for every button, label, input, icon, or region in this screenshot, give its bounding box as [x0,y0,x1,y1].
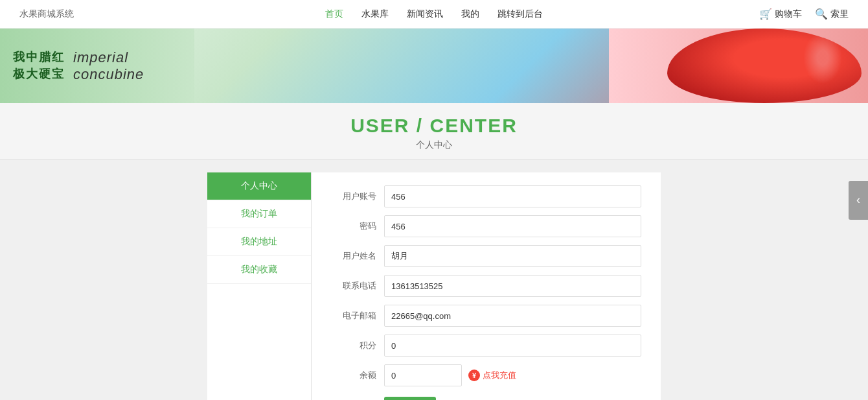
nav-home[interactable]: 首页 [325,8,343,20]
field-email: 电子邮箱 [331,305,641,327]
banner-left: 我 中 腊 红 极 大 硬 宝 imperial concubine [0,29,194,103]
search-label: 索里 [830,8,849,20]
btn-row: 更新信息 退出登录 [331,397,641,400]
page-header: USER / CENTER 个人中心 [0,103,868,159]
site-title: 水果商城系统 [19,8,74,20]
banner-char-0: 我 [13,50,25,65]
input-points[interactable] [384,335,641,357]
search-button[interactable]: 🔍 索里 [815,8,849,20]
main-panel: 用户账号 密码 用户姓名 联系电话 电子邮箱 积分 [311,172,661,400]
field-realname: 用户姓名 [331,245,641,267]
sidebar-item-address[interactable]: 我的地址 [207,228,311,256]
banner-text-en: imperial concubine [73,49,181,83]
inner-wrap: 个人中心 我的订单 我的地址 我的收藏 用户账号 密码 用户姓 [207,172,661,400]
banner-chars: 我 中 腊 红 极 大 硬 宝 [13,50,63,82]
label-realname: 用户姓名 [331,250,376,262]
top-nav: 水果商城系统 首页 水果库 新闻资讯 我的 跳转到后台 🛒 购物车 🔍 索里 [0,0,868,29]
banner-char-6: 硬 [39,67,51,82]
field-balance: 余额 ¥ 点我充值 [331,364,641,386]
label-password: 密码 [331,220,376,232]
label-phone: 联系电话 [331,280,376,292]
field-username: 用户账号 [331,185,641,207]
nav-right: 🛒 购物车 🔍 索里 [759,8,849,20]
nav-links: 首页 水果库 新闻资讯 我的 跳转到后台 [325,8,543,20]
input-email[interactable] [384,305,641,327]
field-phone: 联系电话 [331,275,641,297]
banner: 我 中 腊 红 极 大 硬 宝 imperial concubine [0,29,868,103]
cart-label: 购物车 [775,8,802,20]
nav-fruits[interactable]: 水果库 [361,8,389,20]
nav-mine[interactable]: 我的 [461,8,479,20]
banner-char-7: 宝 [52,67,63,82]
nav-news[interactable]: 新闻资讯 [407,8,443,20]
field-password: 密码 [331,215,641,237]
banner-char-3: 红 [52,50,63,65]
chevron-left-icon: ‹ [856,193,860,207]
topup-icon: ¥ [468,370,480,381]
cart-button[interactable]: 🛒 购物车 [759,8,802,20]
nav-admin[interactable]: 跳转到后台 [497,8,543,20]
input-balance[interactable] [384,364,462,386]
sidebar-item-favorites[interactable]: 我的收藏 [207,256,311,284]
topup-button[interactable]: ¥ 点我充值 [468,370,516,381]
input-realname[interactable] [384,245,641,267]
sidebar: 个人中心 我的订单 我的地址 我的收藏 [207,172,311,400]
label-balance: 余额 [331,370,376,381]
apple-decoration [667,29,862,103]
balance-row: ¥ 点我充值 [384,364,516,386]
sidebar-item-personal[interactable]: 个人中心 [207,172,311,200]
cart-icon: 🛒 [759,8,772,20]
label-username: 用户账号 [331,191,376,202]
banner-char-5: 大 [26,67,38,82]
banner-char-1: 中 [26,50,38,65]
label-points: 积分 [331,340,376,351]
update-button[interactable]: 更新信息 [384,397,436,400]
search-icon: 🔍 [815,8,828,20]
input-phone[interactable] [384,275,641,297]
banner-char-2: 腊 [39,50,51,65]
input-password[interactable] [384,215,641,237]
page-title-en: USER / CENTER [0,115,868,137]
sidebar-item-orders[interactable]: 我的订单 [207,200,311,228]
page-title-cn: 个人中心 [0,139,868,151]
banner-right [609,29,868,103]
right-arrow-button[interactable]: ‹ [849,181,868,220]
topup-label: 点我充值 [483,370,516,381]
banner-char-4: 极 [13,67,25,82]
content-area: 个人中心 我的订单 我的地址 我的收藏 用户账号 密码 用户姓 [0,159,868,400]
field-points: 积分 [331,335,641,357]
label-email: 电子邮箱 [331,310,376,322]
input-username[interactable] [384,185,641,207]
